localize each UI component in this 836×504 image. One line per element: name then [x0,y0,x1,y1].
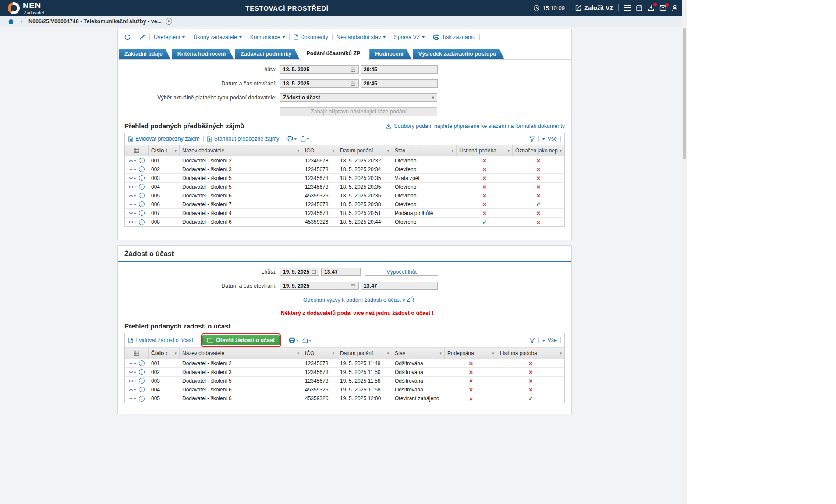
row-menu-icon[interactable] [129,177,136,179]
row-menu-icon[interactable] [129,204,136,205]
row-info-icon[interactable]: i [139,184,145,190]
calendar-icon[interactable] [312,269,316,274]
menu-tisk-zaznamu[interactable]: Tisk záznamu [433,34,475,40]
lhuta-time-input[interactable]: 20:45 [361,65,438,74]
table-row[interactable]: i006Dodavatel - školení 71234567818. 5. … [125,200,564,209]
vse-toggle[interactable]: Vše [542,337,557,343]
print-menu-button[interactable] [287,136,297,142]
row-menu-icon[interactable] [129,221,136,223]
row-info-icon[interactable]: i [139,201,145,207]
row-menu-icon[interactable] [129,169,136,170]
column-header-2[interactable]: Název dodavatele▾ [180,145,302,156]
column-filter-icon[interactable]: ▾ [173,351,177,356]
column-header-5[interactable]: Stav▾ [392,348,445,359]
otevirani2-time-input[interactable]: 13:47 [361,282,438,290]
typ-podani-select[interactable]: Žádost o účast ▾ [280,93,437,102]
table-row[interactable]: i001Dodavatel - školení 21234567818. 5. … [125,156,564,165]
column-filter-icon[interactable]: ▾ [558,148,562,153]
menu-sprava-vz[interactable]: Správa VZ [394,34,425,40]
row-info-icon[interactable]: i [139,193,145,198]
filter-icon[interactable] [529,136,535,142]
export-menu-button[interactable] [300,136,309,142]
menu-komunikace[interactable]: Komunikace [250,34,285,40]
tab-4[interactable]: Podání účastníků ZP [301,48,368,60]
vypocet-lhut-button[interactable]: Výpočet lhůt [365,268,438,276]
table-row[interactable]: i001Dodavatel - školení 21234567819. 5. … [125,359,564,368]
row-menu-icon[interactable] [129,212,136,214]
column-filter-icon[interactable]: ▾ [330,351,334,356]
scrollbar-thumb[interactable] [683,28,686,159]
close-record-button[interactable]: × [166,18,172,25]
filter-icon[interactable] [529,338,535,343]
column-header-3[interactable]: IČO▾ [302,145,337,156]
row-info-icon[interactable]: i [139,210,145,216]
column-filter-icon[interactable]: ▾ [385,351,389,356]
column-header-7[interactable]: Označen jako nepodaný▾ [513,145,564,156]
row-info-icon[interactable]: i [139,158,145,163]
lhuta-date-input[interactable]: 18. 5. 2025 [280,65,359,74]
mail-icon[interactable] [659,5,666,11]
user-icon[interactable] [671,4,678,11]
column-header-7[interactable]: Listinná podoba▾ [497,348,564,359]
table-row[interactable]: i003Dodavatel - školení 51234567818. 5. … [125,174,564,183]
tab-2[interactable]: Kritéria hodnocení [172,49,234,59]
print-menu-button[interactable] [289,337,299,343]
evidovat-predbezny-zajem-button[interactable]: Evidovat předběžný zájem [128,136,200,142]
table-row[interactable]: i005Dodavatel - školení 64535932619. 5. … [125,394,564,403]
column-settings-button[interactable] [125,348,149,359]
column-header-4[interactable]: Datum podání▾ [337,348,392,359]
column-filter-icon[interactable]: ▾ [506,148,510,153]
scrollbar[interactable] [682,0,687,504]
row-menu-icon[interactable] [129,389,136,391]
table-row[interactable]: i008Dodavatel - školení 64535932618. 5. … [125,218,564,226]
lhuta2-time-input[interactable]: 13:47 [321,268,361,276]
row-menu-icon[interactable] [129,195,136,197]
table-row[interactable]: i004Dodavatel - školení 64535932619. 5. … [125,385,564,394]
evidovat-zadost-button[interactable]: Evidovat žádost o účast [128,337,193,343]
column-header-1[interactable]: Číslo↑▾ [149,348,180,359]
home-button[interactable] [7,18,14,25]
download-icon[interactable] [648,4,655,11]
table-row[interactable]: i003Dodavatel - školení 51234567819. 5. … [125,377,564,385]
column-filter-icon[interactable]: ▾ [295,148,299,153]
menu-icon[interactable] [623,5,631,11]
row-info-icon[interactable]: i [139,369,145,375]
table-row[interactable]: i005Dodavatel - školení 64535932618. 5. … [125,191,564,200]
stahnout-predbezne-zajmy-button[interactable]: Stáhnout předběžné zájmy [207,136,280,142]
column-filter-icon[interactable]: ▾ [558,351,562,356]
breadcrumb-record[interactable]: N006/25/V00004748 - Telekomunikační služ… [28,18,162,25]
otevirani-date-input[interactable]: 18. 5. 2025 [280,79,359,88]
vse-toggle[interactable]: Vše [542,136,557,142]
history-icon[interactable] [124,34,131,41]
table-row[interactable]: i007Dodavatel - školení 41234567818. 5. … [125,209,564,218]
menu-nestandardni-stav[interactable]: Nestandardní stav [337,34,386,40]
column-settings-button[interactable] [125,145,149,156]
table-row[interactable]: i004Dodavatel - školení 51234567818. 5. … [125,183,564,191]
calendar-icon[interactable] [351,81,356,86]
tab-5[interactable]: Hodnocení [369,49,411,59]
column-header-5[interactable]: Stav▾ [392,145,457,156]
zahajit-pripravu-button[interactable]: Zahájit přípravu následující fáze podání [280,107,437,116]
calendar-icon[interactable] [351,67,356,72]
export-menu-button[interactable] [302,337,312,343]
tab-1[interactable]: Základní údaje [119,49,170,59]
row-menu-icon[interactable] [129,160,136,162]
row-info-icon[interactable]: i [139,219,145,225]
row-info-icon[interactable]: i [139,378,145,384]
column-filter-icon[interactable]: ▾ [385,148,389,153]
column-header-6[interactable]: Podepsána▾ [445,348,497,359]
column-filter-icon[interactable]: ▾ [490,351,494,356]
row-menu-icon[interactable] [129,398,136,399]
soubory-podani-link[interactable]: Soubory podání najdete připravené ke sta… [386,123,565,129]
pencil-icon[interactable] [139,34,145,40]
row-info-icon[interactable]: i [139,387,145,392]
table-row[interactable]: i002Dodavatel - školení 31234567818. 5. … [125,165,564,174]
tab-3[interactable]: Zadávací podmínky [235,49,299,59]
lhuta2-date-input[interactable]: 19. 5. 2025 [280,268,319,276]
menu-uverejneni[interactable]: Uveřejnění [154,34,185,40]
otevirani-time-input[interactable]: 20:45 [361,79,438,88]
column-header-4[interactable]: Datum podání▾ [337,145,392,156]
row-info-icon[interactable]: i [139,360,145,366]
calendar-icon[interactable] [351,283,356,289]
row-menu-icon[interactable] [129,186,136,188]
